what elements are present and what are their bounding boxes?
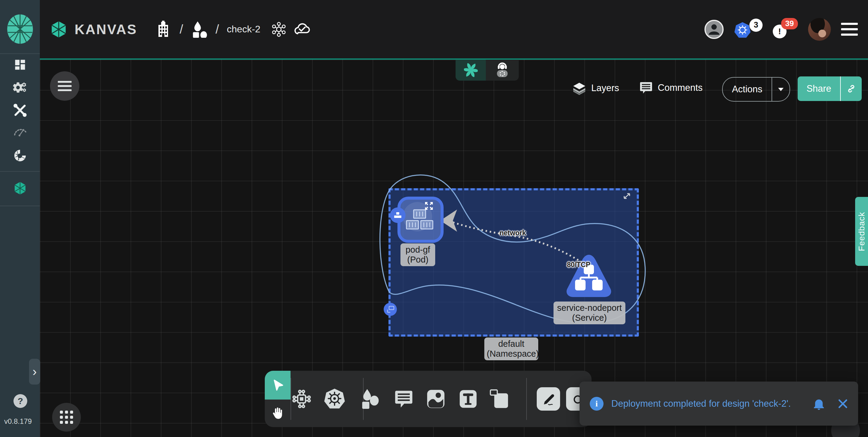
feedback-label: Feedback xyxy=(857,212,867,251)
component-tool[interactable] xyxy=(290,388,313,410)
select-tool[interactable] xyxy=(265,371,290,400)
actions-label: Actions xyxy=(723,84,772,95)
hub-network-icon[interactable] xyxy=(271,22,287,37)
person-icon xyxy=(706,21,722,38)
info-icon: i xyxy=(590,397,603,411)
media-tool[interactable] xyxy=(425,388,447,410)
kubernetes-icon xyxy=(734,22,751,39)
dashboard-icon xyxy=(13,58,27,71)
workload-icon xyxy=(394,212,402,218)
pod-node[interactable] xyxy=(398,197,443,243)
chevron-down-icon xyxy=(778,88,783,91)
layers-icon xyxy=(572,81,586,95)
version-label: v0.8.179 xyxy=(4,417,32,426)
sidebar-divider xyxy=(0,53,40,54)
canvas-menu-button[interactable] xyxy=(50,71,80,101)
pod-workload-badge[interactable] xyxy=(390,207,406,223)
sidebar-expand-button[interactable]: › xyxy=(29,359,40,384)
tools-icon xyxy=(13,104,27,117)
breadcrumb-design-name[interactable]: check-2 xyxy=(227,24,260,35)
shapes-tool[interactable] xyxy=(359,388,381,410)
pod-label: pod-gf(Pod) xyxy=(400,243,435,266)
deployment-toast[interactable]: i Deployment completed for design 'check… xyxy=(580,382,858,426)
kubernetes-helm-icon xyxy=(323,387,346,410)
sidebar-item-performance[interactable] xyxy=(12,123,28,138)
widgets-fab[interactable] xyxy=(52,403,81,432)
component-icon xyxy=(291,388,312,409)
kanvas-logo-icon[interactable] xyxy=(50,20,68,39)
close-icon[interactable] xyxy=(838,399,848,409)
pen-icon xyxy=(541,391,556,406)
comments-button[interactable]: Comments xyxy=(639,81,703,95)
bell-icon[interactable] xyxy=(813,398,825,410)
note-tool[interactable] xyxy=(488,388,510,410)
gears-icon xyxy=(13,81,27,94)
edge-label: network xyxy=(500,229,526,237)
anonymous-avatar[interactable] xyxy=(705,20,724,39)
actions-dropdown[interactable] xyxy=(772,88,789,91)
containers-icon xyxy=(406,209,433,231)
comments-label: Comments xyxy=(658,82,703,93)
mesh-sphere-icon xyxy=(13,149,27,163)
copy-link-button[interactable] xyxy=(841,84,862,94)
breadcrumb-separator: / xyxy=(180,22,183,36)
operator-status-tab[interactable] xyxy=(486,60,519,81)
shapes-icon xyxy=(360,388,380,409)
namespace-label: default(Namespace) xyxy=(484,338,538,360)
comment-icon xyxy=(394,389,414,409)
edge-port-label: 80/TCP xyxy=(567,261,590,269)
k8s-context-count-badge[interactable]: 3 xyxy=(749,19,763,32)
cursor-icon xyxy=(271,379,284,392)
cloud-saved-icon[interactable] xyxy=(293,22,311,37)
sidebar-divider xyxy=(0,171,40,172)
sidebar-item-dashboard[interactable] xyxy=(12,57,28,72)
text-tool[interactable] xyxy=(457,388,479,410)
layer5-logo[interactable] xyxy=(7,14,34,45)
sidebar-item-lifecycle[interactable] xyxy=(12,80,28,95)
breadcrumb-separator: / xyxy=(216,22,219,36)
operator-status-icon xyxy=(495,62,510,78)
sidebar-divider xyxy=(0,206,40,206)
note-icon xyxy=(489,389,509,409)
share-button[interactable]: Share xyxy=(798,77,862,101)
layers-label: Layers xyxy=(591,83,619,93)
meshery-context-icon xyxy=(464,63,478,77)
layers-button[interactable]: Layers xyxy=(572,81,619,95)
pan-tool[interactable] xyxy=(265,400,290,427)
link-icon xyxy=(846,84,856,94)
hamburger-icon xyxy=(58,81,71,91)
designs-icon[interactable] xyxy=(191,21,208,38)
k8s-context-switcher[interactable]: 3 xyxy=(734,19,763,40)
sidebar-item-kanvas-active[interactable] xyxy=(12,181,28,196)
header: KANVAS / / check-2 xyxy=(40,0,868,58)
hand-icon xyxy=(271,406,285,420)
meshery-context-tab[interactable] xyxy=(456,60,486,81)
kubernetes-tool[interactable] xyxy=(323,388,346,410)
canvas-top-accent-line xyxy=(40,58,868,60)
media-icon xyxy=(426,389,445,409)
sidebar-item-configuration[interactable] xyxy=(12,103,28,118)
comment-tool[interactable] xyxy=(393,388,415,410)
organization-icon[interactable] xyxy=(155,20,172,39)
actions-button[interactable]: Actions xyxy=(722,77,790,101)
chevron-right-icon: › xyxy=(33,365,37,379)
tool-dock xyxy=(265,371,592,427)
draw-tool[interactable] xyxy=(537,387,560,411)
toast-message: Deployment completed for design 'check-2… xyxy=(611,398,813,409)
comments-icon xyxy=(639,81,653,95)
expand-icon[interactable] xyxy=(424,201,434,211)
service-label: service-nodeport(Service) xyxy=(554,301,625,324)
notification-bell[interactable]: ! 39 xyxy=(773,18,798,41)
kanvas-wordmark: KANVAS xyxy=(74,21,137,37)
sidebar-item-extensions[interactable] xyxy=(12,148,28,163)
share-label: Share xyxy=(798,83,840,94)
hamburger-menu-icon[interactable] xyxy=(841,23,858,36)
text-icon xyxy=(459,389,477,409)
kanvas-hexagon-icon xyxy=(13,181,27,196)
dock-divider xyxy=(526,378,527,420)
notification-count-badge: 39 xyxy=(781,18,798,29)
user-avatar[interactable] xyxy=(808,18,831,41)
gauge-icon xyxy=(13,125,27,137)
help-button[interactable]: ? xyxy=(13,394,27,408)
feedback-tab[interactable]: Feedback xyxy=(855,197,868,266)
